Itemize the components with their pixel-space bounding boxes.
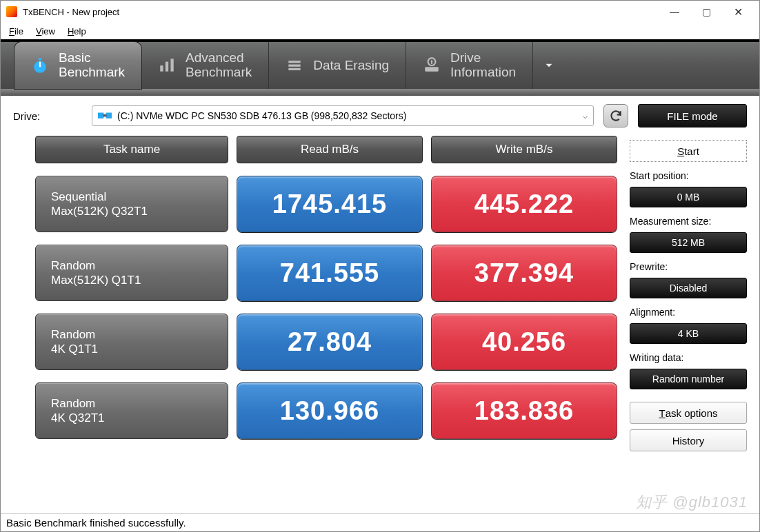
svg-rect-6 xyxy=(425,67,439,72)
read-value[interactable]: 27.804 xyxy=(237,314,423,370)
write-value[interactable]: 183.836 xyxy=(431,382,617,439)
svg-rect-11 xyxy=(103,114,106,116)
minimize-button[interactable]: — xyxy=(659,1,690,23)
read-value[interactable]: 1745.415 xyxy=(237,176,423,232)
tab-overflow-button[interactable] xyxy=(533,42,565,89)
task-options-button[interactable]: Task options xyxy=(630,402,747,424)
task-name-line2: Max(512K) Q32T1 xyxy=(51,204,212,218)
tab-basic-benchmark[interactable]: Basic Benchmark xyxy=(14,42,141,89)
svg-rect-5 xyxy=(171,59,174,71)
write-value[interactable]: 40.256 xyxy=(431,314,617,370)
task-name-line1: Random xyxy=(51,258,212,273)
drive-selected-text: (C:) NVMe WDC PC SN530 SDB 476.13 GB (99… xyxy=(117,110,583,121)
table-row: Random Max(512K) Q1T1 741.555 377.394 xyxy=(35,245,617,301)
tab-advanced-benchmark[interactable]: Advanced Benchmark xyxy=(141,42,269,89)
svg-rect-4 xyxy=(166,62,168,72)
writing-data-label: Writing data: xyxy=(630,352,747,363)
tabstrip: Basic Benchmark Advanced Benchmark Data … xyxy=(1,39,759,96)
header-write: Write mB/s xyxy=(431,136,617,163)
menubar: File View Help xyxy=(1,23,759,39)
results-table: Task name Read mB/s Write mB/s Sequentia… xyxy=(13,136,617,509)
task-name-cell[interactable]: Random Max(512K) Q1T1 xyxy=(35,245,228,301)
measurement-size-value[interactable]: 512 MB xyxy=(630,232,747,253)
tab-data-erasing[interactable]: Data Erasing xyxy=(269,42,406,89)
task-name-line2: 4K Q32T1 xyxy=(51,411,212,425)
prewrite-value[interactable]: Disabled xyxy=(630,278,747,298)
tab-label: Data Erasing xyxy=(313,59,389,73)
drive-row: Drive: (C:) NVMe WDC PC SN530 SDB 476.13… xyxy=(1,96,759,136)
svg-rect-2 xyxy=(39,62,41,68)
start-position-value[interactable]: 0 MB xyxy=(630,187,747,207)
chevron-down-icon: ⌵ xyxy=(583,111,588,121)
close-button[interactable]: ✕ xyxy=(722,1,754,23)
tab-label: Drive Information xyxy=(450,51,516,80)
bars-icon xyxy=(158,57,176,74)
task-name-line1: Sequential xyxy=(51,190,212,204)
read-value[interactable]: 130.966 xyxy=(237,382,423,439)
table-row: Random 4K Q32T1 130.966 183.836 xyxy=(35,382,617,439)
maximize-button[interactable]: ▢ xyxy=(690,1,722,23)
task-name-line2: 4K Q1T1 xyxy=(51,342,212,356)
header-read: Read mB/s xyxy=(237,136,423,163)
tab-label: Basic Benchmark xyxy=(59,51,125,80)
side-panel: SStarttart Start position: 0 MB Measurem… xyxy=(630,136,747,509)
measurement-size-label: Measurement size: xyxy=(630,216,747,227)
drive-label: Drive: xyxy=(13,110,82,122)
menu-file[interactable]: File xyxy=(9,26,23,37)
start-position-label: Start position: xyxy=(630,170,747,181)
app-icon xyxy=(6,6,17,17)
write-value[interactable]: 445.222 xyxy=(431,176,617,232)
tab-label: Advanced Benchmark xyxy=(186,51,252,80)
svg-rect-3 xyxy=(160,65,163,72)
write-value[interactable]: 377.394 xyxy=(431,245,617,301)
task-name-cell[interactable]: Random 4K Q1T1 xyxy=(35,314,228,370)
refresh-icon xyxy=(609,109,623,123)
table-row: Random 4K Q1T1 27.804 40.256 xyxy=(35,314,617,370)
svg-rect-1 xyxy=(39,58,41,60)
svg-rect-8 xyxy=(431,60,432,63)
svg-rect-9 xyxy=(98,112,103,118)
table-row: Sequential Max(512K) Q32T1 1745.415 445.… xyxy=(35,176,617,232)
task-name-cell[interactable]: Random 4K Q32T1 xyxy=(35,382,228,439)
drive-info-icon xyxy=(423,57,441,74)
task-name-line2: Max(512K) Q1T1 xyxy=(51,273,212,287)
window-title: TxBENCH - New project xyxy=(23,7,659,17)
svg-rect-10 xyxy=(106,112,112,118)
titlebar: TxBENCH - New project — ▢ ✕ xyxy=(1,1,759,23)
header-task: Task name xyxy=(35,136,228,163)
chevron-down-icon xyxy=(543,59,555,72)
writing-data-value[interactable]: Random number xyxy=(630,369,747,389)
refresh-button[interactable] xyxy=(603,104,628,127)
read-value[interactable]: 741.555 xyxy=(237,245,423,301)
tab-drive-information[interactable]: Drive Information xyxy=(406,42,533,89)
task-name-cell[interactable]: Sequential Max(512K) Q32T1 xyxy=(35,176,228,232)
task-name-line1: Random xyxy=(51,327,212,342)
file-mode-button[interactable]: FILE mode xyxy=(638,104,747,127)
prewrite-label: Prewrite: xyxy=(630,261,747,272)
drive-icon xyxy=(98,110,112,121)
stopwatch-icon xyxy=(31,57,49,74)
drive-select[interactable]: (C:) NVMe WDC PC SN530 SDB 476.13 GB (99… xyxy=(92,105,594,126)
history-button[interactable]: History xyxy=(630,429,747,451)
menu-view[interactable]: View xyxy=(36,26,55,37)
task-name-line1: Random xyxy=(51,396,212,411)
erase-icon xyxy=(286,57,303,74)
alignment-value[interactable]: 4 KB xyxy=(630,323,747,344)
alignment-label: Alignment: xyxy=(630,307,747,318)
start-button[interactable]: SStarttart xyxy=(630,140,747,162)
status-bar: Basic Benchmark finished successfully. xyxy=(1,513,759,531)
menu-help[interactable]: Help xyxy=(68,26,86,37)
